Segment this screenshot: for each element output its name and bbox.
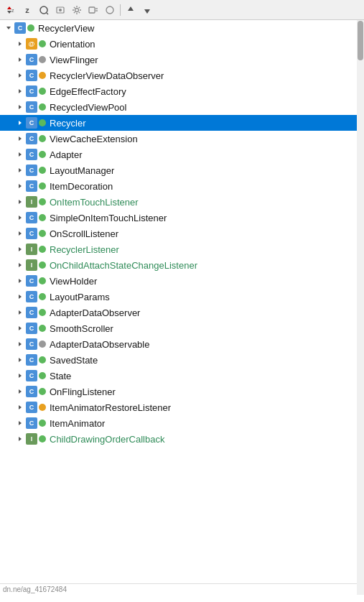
tree-item[interactable]: CLayoutParams: [0, 289, 364, 305]
item-name: ViewFlinger: [50, 55, 98, 65]
type-icon: @: [26, 38, 37, 50]
visibility-indicator: [39, 103, 46, 111]
item-name: RecyclerView: [38, 23, 95, 34]
visibility-icon[interactable]: [52, 2, 68, 18]
type-icon: C: [26, 149, 37, 160]
tree-item[interactable]: CRecycler: [0, 115, 364, 131]
scrollbar-thumb[interactable]: [358, 21, 363, 60]
type-icon: C: [26, 354, 37, 366]
type-icon: C: [26, 228, 37, 239]
expand-arrow[interactable]: [14, 133, 26, 144]
up-arrow-icon[interactable]: [123, 2, 139, 18]
tree-item[interactable]: IOnItemTouchListener: [0, 194, 364, 210]
tree-item[interactable]: CViewCacheExtension: [0, 131, 364, 147]
expand-arrow[interactable]: [14, 402, 26, 413]
expand-arrow[interactable]: [14, 433, 26, 445]
circle-icon[interactable]: [102, 2, 118, 18]
tree-item[interactable]: CState: [0, 368, 364, 384]
tree-item[interactable]: CViewFlinger: [0, 52, 364, 68]
svg-marker-21: [19, 136, 22, 141]
tree-item[interactable]: CLayoutManager: [0, 162, 364, 178]
type-icon: C: [26, 165, 37, 176]
type-icon: C: [26, 85, 37, 97]
expand-arrow[interactable]: [14, 323, 26, 334]
expand-arrow[interactable]: [14, 149, 26, 160]
svg-marker-22: [19, 152, 22, 157]
tree-item[interactable]: @Orientation: [0, 36, 364, 52]
visibility-indicator: [39, 372, 46, 379]
tree-item[interactable]: CRecyclerViewDataObserver: [0, 68, 364, 83]
expand-arrow[interactable]: [14, 38, 26, 50]
expand-arrow[interactable]: [14, 244, 26, 255]
item-name: ViewHolder: [50, 276, 97, 287]
item-name: RecyclerListener: [50, 244, 119, 255]
expand-arrow[interactable]: [3, 22, 14, 34]
visibility-indicator: [39, 309, 46, 316]
tree-item[interactable]: CRecyclerView: [0, 20, 364, 36]
expand-arrow[interactable]: [14, 228, 26, 239]
sort-alpha-icon[interactable]: z: [19, 2, 35, 18]
expand-arrow[interactable]: [14, 165, 26, 176]
tree-item[interactable]: CAdapterDataObservable: [0, 336, 364, 352]
svg-marker-18: [19, 89, 22, 93]
expand-arrow[interactable]: [14, 180, 26, 192]
expand-arrow[interactable]: [14, 417, 26, 429]
item-name: ChildDrawingOrderCallback: [50, 434, 164, 445]
tree-item[interactable]: CItemAnimator: [0, 415, 364, 431]
type-icon: C: [26, 370, 37, 381]
svg-marker-29: [19, 263, 22, 267]
svg-marker-16: [19, 57, 22, 62]
visibility-indicator: [39, 277, 46, 284]
tree-item[interactable]: COnFlingListener: [0, 384, 364, 399]
tree-item[interactable]: CRecycledViewPool: [0, 99, 364, 115]
tree-item[interactable]: CAdapterDataObserver: [0, 305, 364, 320]
type-icon: C: [26, 417, 37, 429]
expand-arrow[interactable]: [14, 85, 26, 97]
type-icon: C: [26, 386, 37, 397]
item-name: ItemDecoration: [50, 181, 113, 192]
tree-item[interactable]: CAdapter: [0, 147, 364, 162]
svg-marker-38: [19, 405, 22, 409]
expand-arrow[interactable]: [14, 354, 26, 366]
down-arrow-icon[interactable]: [139, 2, 155, 18]
expand-arrow[interactable]: [14, 370, 26, 381]
tree-item[interactable]: IChildDrawingOrderCallback: [0, 431, 364, 447]
visibility-indicator: [39, 325, 46, 332]
expand-arrow[interactable]: [14, 386, 26, 397]
expand-arrow[interactable]: [14, 338, 26, 350]
tree-item[interactable]: CSmoothScroller: [0, 320, 364, 336]
expand-arrow[interactable]: [14, 291, 26, 302]
type-icon: C: [26, 133, 37, 144]
tree-item[interactable]: COnScrollListener: [0, 226, 364, 241]
expand-arrow[interactable]: [14, 259, 26, 271]
svg-marker-27: [19, 231, 22, 236]
svg-marker-35: [19, 358, 22, 362]
sort-up-icon[interactable]: z: [3, 2, 19, 18]
settings-icon[interactable]: [69, 2, 85, 18]
expand-arrow[interactable]: [14, 54, 26, 65]
tree-item[interactable]: CSimpleOnItemTouchListener: [0, 210, 364, 226]
filter-icon[interactable]: [36, 2, 52, 18]
expand-arrow[interactable]: [14, 117, 26, 129]
visibility-indicator: [39, 341, 46, 348]
scrollbar[interactable]: [357, 20, 364, 595]
expand-arrow[interactable]: [14, 101, 26, 113]
expand-arrow[interactable]: [14, 70, 26, 81]
tree-item[interactable]: CItemAnimatorRestoreListener: [0, 399, 364, 415]
tree-item[interactable]: IRecyclerListener: [0, 241, 364, 257]
tree-item[interactable]: CViewHolder: [0, 273, 364, 289]
type-icon: C: [26, 307, 37, 318]
svg-line-4: [47, 13, 48, 14]
tree-item[interactable]: IOnChildAttachStateChangeListener: [0, 257, 364, 273]
tree-item[interactable]: CEdgeEffectFactory: [0, 83, 364, 99]
svg-point-11: [106, 6, 113, 14]
expand-arrow[interactable]: [14, 307, 26, 318]
expand-arrow[interactable]: [14, 196, 26, 208]
expand-arrow[interactable]: [14, 212, 26, 223]
expand-arrow[interactable]: [14, 275, 26, 287]
expand-icon[interactable]: [85, 2, 101, 18]
tree-item[interactable]: CItemDecoration: [0, 178, 364, 194]
tree-item[interactable]: CSavedState: [0, 352, 364, 368]
visibility-indicator: [39, 404, 46, 411]
svg-marker-15: [19, 42, 22, 46]
